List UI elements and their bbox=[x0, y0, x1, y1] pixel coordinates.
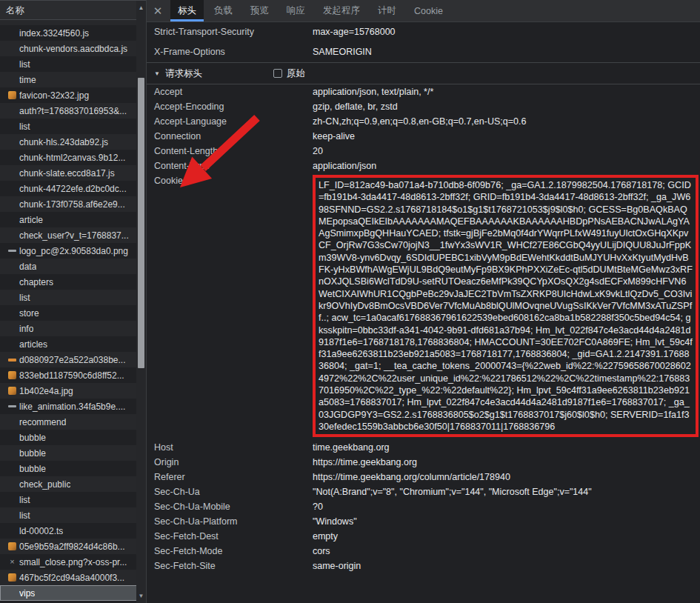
request-name: chunk-html2canvas.9b12... bbox=[19, 153, 125, 163]
raw-headers-checkbox[interactable] bbox=[273, 69, 282, 78]
icon-spacer bbox=[8, 231, 16, 239]
network-request-row[interactable]: chapters bbox=[0, 274, 146, 290]
request-name: index.3324f560.js bbox=[19, 28, 89, 39]
network-request-row[interactable]: list bbox=[0, 507, 146, 523]
request-headers-section-title: 请求标头 bbox=[165, 67, 202, 80]
tab-负载[interactable]: 负载 bbox=[207, 0, 240, 21]
header-value: cors bbox=[313, 544, 700, 559]
request-name: chunk-hls.243dab92.js bbox=[19, 137, 108, 147]
tab-标头[interactable]: 标头 bbox=[170, 0, 204, 21]
image-thumbnail-icon bbox=[8, 387, 16, 395]
sidebar-scrollbar[interactable]: ▲ ▼ bbox=[136, 1, 146, 603]
request-headers-section-header[interactable]: ▼ 请求标头 原始 bbox=[147, 63, 700, 84]
network-request-row[interactable]: check_public bbox=[0, 476, 146, 492]
header-value: max-age=15768000 bbox=[313, 22, 700, 42]
header-name: Sec-Ch-Ua bbox=[147, 484, 313, 499]
request-name: 467bc5f2cd94a8a4000f3... bbox=[19, 573, 124, 583]
network-request-row[interactable]: recommend bbox=[0, 414, 146, 430]
network-request-row[interactable]: info bbox=[0, 321, 146, 336]
header-row: Originhttps://time.geekbang.org bbox=[147, 455, 700, 470]
network-request-row[interactable]: like_animation.34fa5b9e.... bbox=[0, 399, 146, 414]
request-name: ld-00002.ts bbox=[19, 526, 63, 536]
network-request-row[interactable]: check_user?v_t=1768837... bbox=[0, 227, 146, 243]
network-request-row[interactable]: ld-00002.ts bbox=[0, 523, 146, 539]
header-value: "Not(A:Brand";v="8", "Chromium";v="144",… bbox=[313, 484, 700, 499]
header-value: SAMEORIGIN bbox=[313, 42, 700, 62]
image-thumbnail-icon bbox=[8, 359, 16, 362]
network-request-row[interactable]: chunk-html2canvas.9b12... bbox=[0, 150, 146, 165]
network-request-row[interactable]: chunk-vendors.aacdbdca.js bbox=[0, 41, 146, 56]
request-name: bubble bbox=[19, 433, 46, 443]
request-name: small_close.png?x-oss-pr... bbox=[19, 557, 127, 567]
image-thumbnail-icon bbox=[8, 405, 16, 407]
network-request-row[interactable]: data bbox=[0, 259, 146, 274]
scroll-up-arrow-icon[interactable]: ▲ bbox=[136, 3, 146, 13]
close-icon[interactable]: ✕ bbox=[147, 0, 169, 21]
header-row: Content-Length20 bbox=[147, 144, 700, 159]
network-request-row[interactable]: list bbox=[0, 492, 146, 507]
image-thumbnail-icon bbox=[8, 542, 16, 550]
network-request-row[interactable]: index.3324f560.js bbox=[0, 25, 146, 41]
icon-spacer bbox=[8, 464, 16, 473]
image-thumbnail-icon bbox=[8, 371, 16, 379]
devtools-network-panel: 名称 index.3324f560.jschunk-vendors.aacdbd… bbox=[0, 0, 700, 603]
network-request-row[interactable]: chunk-slate.eccd8a17.js bbox=[0, 165, 146, 181]
name-column-header[interactable]: 名称 bbox=[0, 0, 146, 20]
header-value: gzip, deflate, br, zstd bbox=[313, 99, 700, 114]
network-request-row[interactable]: bubble bbox=[0, 461, 146, 476]
network-request-row[interactable]: list bbox=[0, 290, 146, 305]
header-row: Connectionkeep-alive bbox=[147, 129, 700, 144]
network-request-row[interactable]: favicon-32x32.jpg bbox=[0, 87, 146, 103]
network-request-row[interactable]: ×small_close.png?x-oss-pr... bbox=[0, 554, 146, 570]
request-name: list bbox=[19, 293, 30, 303]
network-request-row[interactable]: bubble bbox=[0, 430, 146, 445]
icon-spacer bbox=[8, 138, 16, 146]
tab-计时[interactable]: 计时 bbox=[370, 0, 404, 21]
network-request-row-partial[interactable] bbox=[0, 20, 146, 25]
network-request-row[interactable]: vips bbox=[0, 585, 146, 601]
tab-发起程序[interactable]: 发起程序 bbox=[316, 0, 367, 21]
network-request-row[interactable]: time bbox=[0, 72, 146, 87]
network-request-row[interactable]: auth?t=1768837016953&... bbox=[0, 103, 146, 119]
icon-spacer bbox=[8, 184, 16, 193]
collapse-triangle-icon[interactable]: ▼ bbox=[154, 70, 160, 77]
header-row: Accept-Languagezh-CN,zh;q=0.9,en;q=0.8,e… bbox=[147, 114, 700, 129]
scroll-down-arrow-icon[interactable]: ▼ bbox=[136, 591, 146, 601]
network-request-row[interactable]: list bbox=[0, 56, 146, 72]
network-request-row[interactable]: 467bc5f2cd94a8a4000f3... bbox=[0, 570, 146, 585]
icon-spacer bbox=[8, 293, 16, 302]
request-name: chunk-44722efe.d2bc0dc... bbox=[19, 184, 127, 194]
header-value: zh-CN,zh;q=0.9,en;q=0.8,en-GB;q=0.7,en-U… bbox=[313, 114, 700, 129]
request-name: article bbox=[19, 215, 43, 225]
request-name: list bbox=[19, 121, 30, 132]
network-request-row[interactable]: 833ebd1187590c6d8ff52... bbox=[0, 367, 146, 383]
header-name: Sec-Ch-Ua-Platform bbox=[147, 514, 313, 529]
raw-headers-label: 原始 bbox=[287, 67, 305, 80]
network-request-row[interactable]: logo_pc@2x.90583da0.png bbox=[0, 243, 146, 259]
request-name: chunk-173f0758.af6e2e9... bbox=[19, 199, 125, 210]
request-name: time bbox=[19, 75, 36, 85]
header-row: Content-Typeapplication/json bbox=[147, 159, 700, 173]
detail-tabs: 标头负载预览响应发起程序计时Cookie bbox=[169, 0, 452, 21]
network-request-row[interactable]: bubble bbox=[0, 445, 146, 461]
network-request-row[interactable]: 1b402e4a.jpg bbox=[0, 383, 146, 399]
icon-spacer bbox=[8, 309, 16, 317]
network-request-row[interactable]: d0880927e2a522a038be... bbox=[0, 352, 146, 367]
network-request-row[interactable]: article bbox=[0, 212, 146, 227]
scrollbar-thumb[interactable] bbox=[138, 78, 144, 368]
header-row: X-Frame-OptionsSAMEORIGIN bbox=[147, 42, 700, 62]
header-row: Sec-Ch-Ua-Mobile?0 bbox=[147, 499, 700, 514]
header-value: "Windows" bbox=[313, 514, 700, 529]
network-request-row[interactable]: chunk-173f0758.af6e2e9... bbox=[0, 196, 146, 212]
tab-预览[interactable]: 预览 bbox=[243, 0, 276, 21]
tab-Cookie[interactable]: Cookie bbox=[407, 0, 450, 21]
request-name: d0880927e2a522a038be... bbox=[19, 355, 125, 365]
network-request-row[interactable]: chunk-44722efe.d2bc0dc... bbox=[0, 181, 146, 196]
network-request-row[interactable]: list bbox=[0, 119, 146, 134]
header-row: Refererhttps://time.geekbang.org/column/… bbox=[147, 470, 700, 484]
network-request-row[interactable]: 05e9b59a2ff9824d4c86b... bbox=[0, 539, 146, 554]
network-request-row[interactable]: articles bbox=[0, 336, 146, 352]
tab-响应[interactable]: 响应 bbox=[279, 0, 313, 21]
network-request-row[interactable]: store bbox=[0, 305, 146, 321]
network-request-row[interactable]: chunk-hls.243dab92.js bbox=[0, 134, 146, 150]
